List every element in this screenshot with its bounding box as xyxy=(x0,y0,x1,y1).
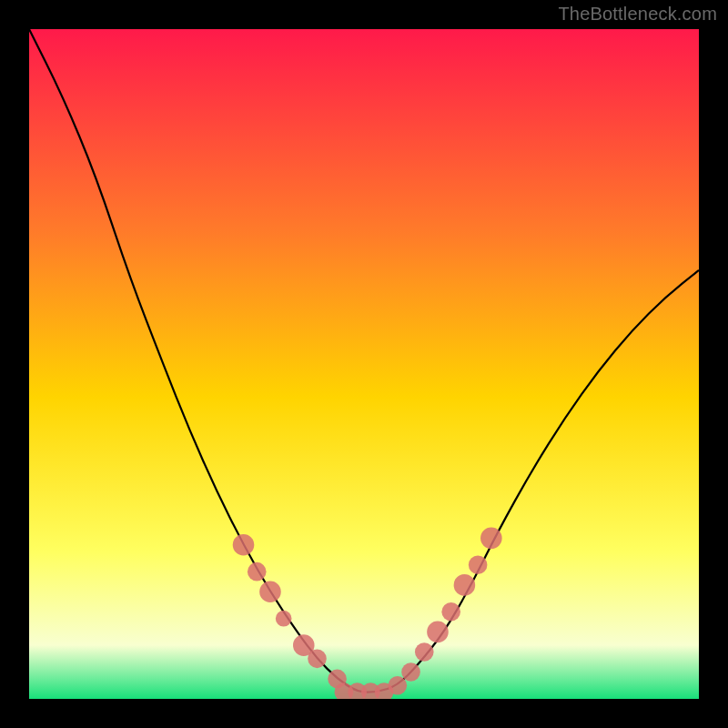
chart-frame: TheBottleneck.com xyxy=(0,0,728,728)
watermark-text: TheBottleneck.com xyxy=(558,4,717,25)
chart-svg xyxy=(29,29,699,699)
marker-point xyxy=(276,611,292,627)
marker-point xyxy=(308,650,327,669)
marker-point xyxy=(441,602,460,622)
marker-point xyxy=(248,562,267,581)
marker-point xyxy=(427,622,449,643)
marker-point xyxy=(389,676,408,695)
marker-point xyxy=(480,528,502,550)
marker-point xyxy=(233,534,255,556)
gradient-background xyxy=(29,29,699,699)
marker-point xyxy=(401,662,420,682)
marker-point xyxy=(259,581,281,602)
marker-point xyxy=(415,642,434,662)
plot-area xyxy=(29,29,699,699)
marker-point xyxy=(469,556,488,575)
marker-point xyxy=(454,574,476,596)
